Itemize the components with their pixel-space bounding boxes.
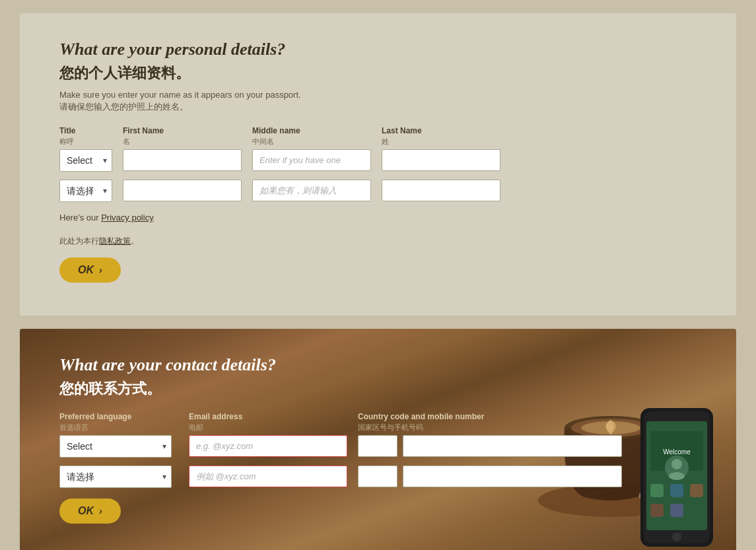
email-label-en: Email address xyxy=(189,412,347,421)
email-field-group: Email address 电邮 xyxy=(189,412,347,457)
lastname-zh-input[interactable] xyxy=(382,180,500,201)
firstname-input[interactable] xyxy=(123,149,242,171)
lang-zh-group: 请选择 English 中文 ▾ xyxy=(59,465,178,488)
privacy-link-zh[interactable]: 隐私政策 xyxy=(99,236,131,246)
contact-title-zh: 您的联系方式。 xyxy=(59,379,697,399)
title-label-zh: 称呼 xyxy=(59,137,112,147)
lastname-field-group: Last Name 姓 xyxy=(382,126,500,171)
title-label-en: Title xyxy=(59,126,112,135)
firstname-zh-input[interactable] xyxy=(123,180,242,201)
email-label-zh: 电邮 xyxy=(189,423,347,432)
contact-ok-button[interactable]: OK › xyxy=(59,498,121,524)
email-input[interactable] xyxy=(189,435,347,457)
lang-select-wrapper[interactable]: Select English 中文 ▾ xyxy=(59,435,172,458)
lang-label-en: Preferred language xyxy=(59,412,178,421)
firstname-field-group: First Name 名 xyxy=(123,126,242,171)
phone-zh-group xyxy=(358,465,622,487)
middlename-input[interactable] xyxy=(252,149,371,171)
personal-zh-row: 请选择 先生 太太 女士 ▾ xyxy=(59,180,697,202)
email-zh-group xyxy=(189,465,347,487)
lastname-label-en: Last Name xyxy=(382,126,500,135)
personal-ok-button[interactable]: OK › xyxy=(59,258,121,283)
firstname-label-en: First Name xyxy=(123,126,242,135)
country-code-input[interactable] xyxy=(358,435,397,457)
phone-label-zh: 国家区号与手机号码 xyxy=(358,423,622,432)
lastname-label-zh: 姓 xyxy=(382,137,500,147)
contact-form: What are your contact details? 您的联系方式。 P… xyxy=(59,355,697,524)
title-zh-select-wrapper[interactable]: 请选择 先生 太太 女士 ▾ xyxy=(59,180,112,202)
language-field-group: Preferred language 首选语言 Select English 中… xyxy=(59,412,178,458)
title-zh-select[interactable]: 请选择 先生 太太 女士 xyxy=(59,180,112,202)
privacy-row-zh: 此处为本行隐私政策。 xyxy=(59,236,697,247)
contact-inputs-row1: Preferred language 首选语言 Select English 中… xyxy=(59,412,697,458)
title-select-wrapper[interactable]: Select Mr Mrs Ms Dr ▾ xyxy=(59,149,112,172)
privacy-end-zh: 。 xyxy=(131,236,139,246)
privacy-link-en[interactable]: Privacy policy xyxy=(101,213,153,223)
personal-desc-en: Make sure you enter your name as it appe… xyxy=(59,90,697,100)
title-zh-group: 请选择 先生 太太 女士 ▾ xyxy=(59,180,112,202)
middlename-field-group: Middle name 中间名 xyxy=(252,126,371,171)
personal-ok-label: OK xyxy=(78,264,94,276)
firstname-zh-group xyxy=(123,180,242,201)
phone-number-input[interactable] xyxy=(403,435,622,457)
lastname-input[interactable] xyxy=(382,149,500,171)
country-code-zh-input[interactable] xyxy=(358,465,397,487)
privacy-text-zh: 此处为本行 xyxy=(59,236,99,246)
middlename-label-en: Middle name xyxy=(252,126,371,135)
privacy-text-en: Here's our xyxy=(59,213,101,223)
contact-ok-label: OK xyxy=(78,505,94,517)
personal-title-en: What are your personal details? xyxy=(59,40,697,59)
personal-ok-arrow: › xyxy=(99,265,102,275)
personal-desc-zh: 请确保您输入您的护照上的姓名。 xyxy=(59,101,697,113)
middlename-zh-input[interactable] xyxy=(252,180,371,201)
lastname-zh-group xyxy=(382,180,500,201)
contact-inputs-row2: 请选择 English 中文 ▾ xyxy=(59,465,697,488)
lang-zh-select-wrapper[interactable]: 请选择 English 中文 ▾ xyxy=(59,465,172,488)
svg-point-19 xyxy=(672,532,681,541)
middlename-label-zh: 中间名 xyxy=(252,137,371,147)
title-field-group: Title 称呼 Select Mr Mrs Ms Dr ▾ xyxy=(59,126,112,172)
personal-details-section: What are your personal details? 您的个人详细资料… xyxy=(20,13,736,316)
phone-field-group: Country code and mobile number 国家区号与手机号码 xyxy=(358,412,622,457)
phone-zh-inputs xyxy=(358,465,622,487)
title-select[interactable]: Select Mr Mrs Ms Dr xyxy=(59,149,112,172)
contact-details-section: Welcome What are your contact details? 您… xyxy=(20,329,736,550)
privacy-row: Here's our Privacy policy xyxy=(59,213,697,223)
phone-number-zh-input[interactable] xyxy=(403,465,622,487)
contact-ok-arrow: › xyxy=(99,506,102,516)
email-zh-input[interactable] xyxy=(189,465,347,487)
lang-select[interactable]: Select English 中文 xyxy=(59,435,172,458)
lang-zh-select[interactable]: 请选择 English 中文 xyxy=(59,465,172,488)
phone-inputs xyxy=(358,435,622,457)
contact-title-en: What are your contact details? xyxy=(59,355,697,375)
lang-label-zh: 首选语言 xyxy=(59,423,178,432)
personal-labels-row: Title 称呼 Select Mr Mrs Ms Dr ▾ First Nam… xyxy=(59,126,697,172)
phone-label-en: Country code and mobile number xyxy=(358,412,622,421)
middlename-zh-group xyxy=(252,180,371,201)
firstname-label-zh: 名 xyxy=(123,137,242,147)
personal-title-zh: 您的个人详细资料。 xyxy=(59,63,697,83)
